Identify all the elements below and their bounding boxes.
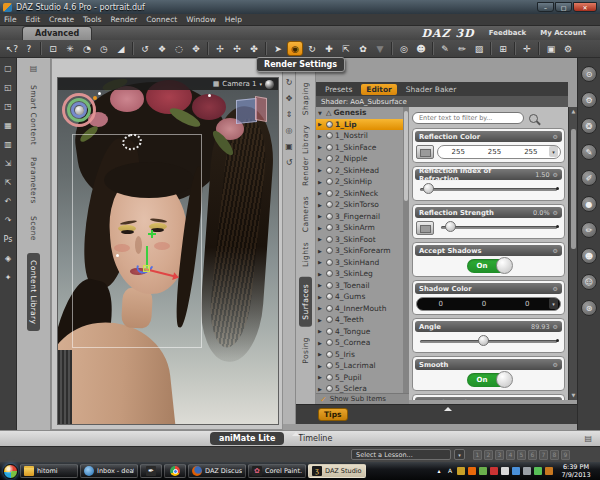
camera-icon[interactable]: ▣ bbox=[543, 41, 559, 56]
camera-grid-icon[interactable]: ▦ bbox=[213, 80, 220, 88]
color-swatch[interactable] bbox=[416, 221, 434, 235]
tree-item-3-skinhand[interactable]: ▶3_SkinHand bbox=[316, 257, 403, 269]
tree-item-2-skinneck[interactable]: ▶2_SkinNeck bbox=[316, 188, 403, 200]
node-cube-icon[interactable]: ❖ bbox=[154, 41, 170, 56]
my-account-link[interactable]: My Account bbox=[540, 29, 586, 37]
scale-tool-icon[interactable]: ⇱ bbox=[338, 41, 354, 56]
tray-icon-1[interactable]: ▴ bbox=[435, 467, 443, 475]
dock-tab-posing[interactable]: Posing bbox=[301, 337, 310, 364]
dock-tab-surfaces[interactable]: Surfaces bbox=[299, 277, 312, 327]
tray-icon-10[interactable] bbox=[534, 467, 542, 475]
paint-dab-icon[interactable]: ● bbox=[581, 196, 597, 212]
rotate-tool-icon[interactable]: ↻ bbox=[304, 41, 320, 56]
feedback-link[interactable]: Feedback bbox=[489, 29, 527, 37]
primitive-icon[interactable]: ◈ bbox=[5, 254, 11, 264]
filter-input[interactable] bbox=[412, 112, 524, 124]
tray-icon-7[interactable] bbox=[501, 467, 509, 475]
close-button[interactable]: ✕ bbox=[573, 2, 597, 12]
toggle-switch[interactable]: On bbox=[467, 259, 511, 273]
view-cube-front[interactable] bbox=[236, 98, 257, 124]
tree-item-4-teeth[interactable]: ▶4_Teeth bbox=[316, 314, 403, 326]
gizmo-center-handle[interactable] bbox=[143, 265, 150, 272]
lesson-1[interactable]: 1 bbox=[473, 450, 482, 460]
dock-tab-parameters[interactable]: Parameters bbox=[29, 157, 38, 204]
menu-help[interactable]: Help bbox=[225, 15, 242, 24]
taskbar-thunderbird[interactable]: Inbox - deat... bbox=[80, 464, 138, 478]
tray-icon-3[interactable] bbox=[457, 467, 465, 475]
lesson-3[interactable]: 3 bbox=[495, 450, 504, 460]
prop-header[interactable]: Reflection Color⚙ bbox=[415, 131, 562, 142]
splitter-arrow-icon[interactable] bbox=[292, 432, 300, 436]
new-file-icon[interactable]: ▢ bbox=[4, 64, 12, 74]
import-icon[interactable]: ⇲ bbox=[5, 159, 12, 169]
brush-icon[interactable]: ✏ bbox=[581, 222, 597, 238]
tree-root[interactable]: ▼△Genesis bbox=[316, 107, 403, 119]
tab-timeline[interactable]: Timeline bbox=[298, 434, 332, 443]
spot-render-icon[interactable]: ✳ bbox=[62, 41, 78, 56]
dock-tab-smart-content[interactable]: Smart Content bbox=[29, 85, 38, 145]
merge-file-icon[interactable]: ◳ bbox=[4, 102, 12, 112]
tab-animate-lite[interactable]: aniMate Lite bbox=[210, 432, 284, 445]
slider-thumb[interactable] bbox=[478, 335, 489, 346]
draw-style-ball-icon[interactable] bbox=[265, 80, 274, 89]
tree-item-4-innermouth[interactable]: ▶4_InnerMouth bbox=[316, 303, 403, 315]
tree-item-3-skinfoot[interactable]: ▶3_SkinFoot bbox=[316, 234, 403, 246]
slider-track[interactable] bbox=[420, 188, 557, 191]
prop-header[interactable]: Accept Shadows⚙ bbox=[415, 245, 562, 256]
translate-tool-icon[interactable]: ✚ bbox=[321, 41, 337, 56]
tree-item-5-pupil[interactable]: ▶5_Pupil bbox=[316, 372, 403, 384]
tree-item-4-tongue[interactable]: ▶4_Tongue bbox=[316, 326, 403, 338]
menu-connect[interactable]: Connect bbox=[146, 15, 177, 24]
caret-down-icon[interactable]: ▾ bbox=[549, 298, 558, 309]
pointer-tool-icon[interactable]: ➤ bbox=[270, 41, 286, 56]
export-icon[interactable]: ⇱ bbox=[5, 178, 12, 188]
search-icon[interactable] bbox=[529, 114, 538, 123]
render-icon[interactable]: ⊡ bbox=[45, 41, 61, 56]
taskbar-hitomi[interactable]: hitomi bbox=[20, 464, 78, 478]
figure-tool-icon[interactable]: ☻ bbox=[413, 41, 429, 56]
toggle-knob[interactable] bbox=[496, 257, 513, 274]
menu-tools[interactable]: Tools bbox=[83, 15, 101, 24]
add-camera-icon[interactable]: ⊞ bbox=[495, 41, 511, 56]
tab-advanced[interactable]: Advanced bbox=[22, 26, 92, 40]
menu-render[interactable]: Render bbox=[111, 15, 138, 24]
taskbar-quill[interactable]: ✒ bbox=[140, 464, 162, 478]
reset-view-icon[interactable]: ↺ bbox=[286, 158, 293, 167]
rgb-bar[interactable]: 255255255▾ bbox=[437, 145, 561, 159]
menu-file[interactable]: File bbox=[4, 15, 17, 24]
color-swatch[interactable] bbox=[416, 145, 434, 159]
whats-this-icon[interactable]: ? bbox=[21, 41, 37, 56]
orbit-center-ball[interactable] bbox=[75, 106, 84, 115]
properties-scrollbar-thumb[interactable] bbox=[571, 129, 576, 249]
slider-track[interactable] bbox=[441, 226, 557, 229]
tree-item-3-skinarm[interactable]: ▶3_SkinArm bbox=[316, 222, 403, 234]
tree-item-3-skinleg[interactable]: ▶3_SkinLeg bbox=[316, 268, 403, 280]
render-timer-icon[interactable]: ◷ bbox=[96, 41, 112, 56]
tray-icon-5[interactable] bbox=[479, 467, 487, 475]
prop-header[interactable]: Shadow Color⚙ bbox=[415, 283, 562, 294]
tray-icon-8[interactable] bbox=[512, 467, 520, 475]
dock-tab-cameras[interactable]: Cameras bbox=[301, 196, 310, 232]
pose-head-icon[interactable]: ☺ bbox=[581, 274, 597, 290]
lesson-8[interactable]: 8 bbox=[550, 450, 559, 460]
sculpt-head-icon[interactable]: ☻ bbox=[581, 248, 597, 264]
minimize-button[interactable]: – bbox=[537, 2, 554, 12]
node-plus-icon[interactable]: ✤ bbox=[246, 41, 262, 56]
rgb-bar[interactable]: 000▾ bbox=[416, 297, 561, 311]
lesson-5[interactable]: 5 bbox=[517, 450, 526, 460]
tree-item-5-lacrimal[interactable]: ▶5_Lacrimal bbox=[316, 360, 403, 372]
tree-item-5-sclera[interactable]: ▶5_Sclera bbox=[316, 383, 403, 393]
edit-note-icon[interactable]: ✎ bbox=[581, 144, 597, 160]
photoshop-bridge-icon[interactable]: Ps bbox=[4, 235, 13, 245]
lesson-7[interactable]: 7 bbox=[539, 450, 548, 460]
zoom-view-icon[interactable]: ◎ bbox=[286, 126, 293, 135]
lesson-dropdown[interactable]: Select a Lesson... bbox=[351, 449, 451, 460]
dock-tab-shaping[interactable]: Shaping bbox=[301, 82, 310, 115]
tree-item-2-nipple[interactable]: ▶2_Nipple bbox=[316, 153, 403, 165]
spotlight-icon[interactable]: ◢ bbox=[113, 41, 129, 56]
edit-mode-icon[interactable]: ▨ bbox=[471, 41, 487, 56]
toggle-switch[interactable]: On bbox=[467, 373, 511, 387]
view-tool-icon[interactable]: ◎ bbox=[396, 41, 412, 56]
tray-icon-6[interactable] bbox=[490, 467, 498, 475]
surfaces-tab-shader-baker[interactable]: Shader Baker bbox=[401, 84, 461, 95]
